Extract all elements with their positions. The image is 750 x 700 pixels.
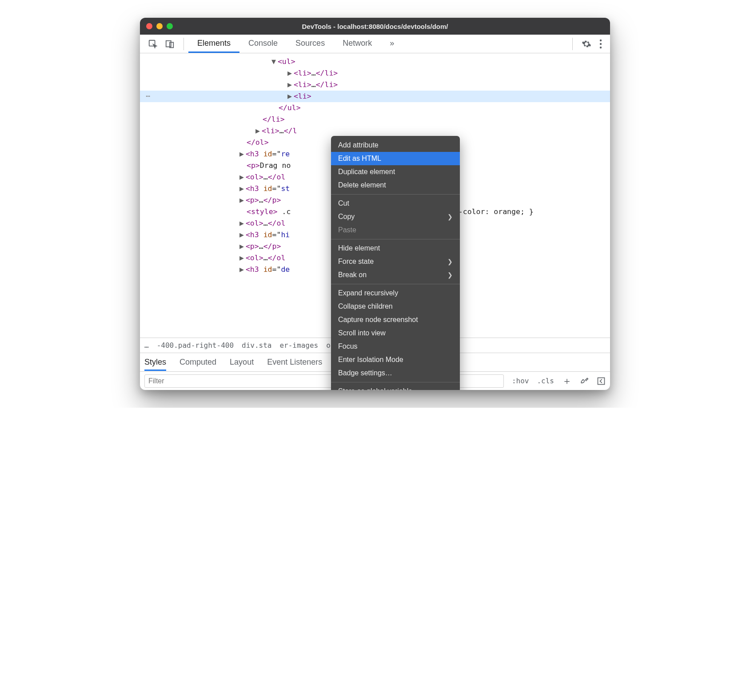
minimize-window-button[interactable] (156, 23, 163, 29)
disclosure-triangle-icon[interactable]: ▶ (239, 264, 244, 275)
svg-rect-1 (166, 40, 171, 47)
sidebar-tab-computed[interactable]: Computed (180, 358, 216, 367)
dom-tree-line[interactable]: ▶<li>…</li> (140, 68, 610, 79)
dom-tree-line[interactable]: </li> (140, 114, 610, 125)
breadcrumb-item[interactable]: er-images (279, 341, 318, 350)
context-menu-label: Duplicate element (338, 168, 395, 176)
disclosure-triangle-icon[interactable]: ▶ (239, 252, 244, 264)
context-menu-label: Enter Isolation Mode (338, 356, 403, 364)
disclosure-triangle-icon[interactable]: ▶ (239, 171, 244, 183)
computed-styles-toggle-icon[interactable] (597, 377, 606, 386)
dom-node-markup: <ol>…</ol (246, 252, 285, 264)
svg-rect-6 (598, 378, 605, 384)
toggle-hover-button[interactable]: :hov (512, 377, 529, 385)
disclosure-triangle-icon[interactable]: ▶ (239, 241, 244, 252)
disclosure-triangle-icon[interactable]: ▶ (287, 91, 292, 102)
context-menu-label: Copy (338, 213, 355, 221)
context-menu-item: Paste (331, 223, 460, 237)
device-toolbar-icon[interactable] (165, 39, 175, 49)
context-menu-item[interactable]: Focus (331, 340, 460, 353)
dom-node-markup: </li> (263, 114, 285, 125)
breadcrumb-item[interactable]: div.sta (242, 341, 271, 350)
dom-node-markup: <ol>…</ol (246, 171, 285, 183)
context-menu-item[interactable]: Add attribute (331, 139, 460, 152)
context-menu-item[interactable]: Hide element (331, 242, 460, 255)
paint-brush-icon[interactable] (580, 377, 589, 386)
breadcrumb-item[interactable]: -400.pad-right-400 (157, 341, 234, 350)
context-menu-label: Edit as HTML (338, 155, 381, 163)
devtools-window: DevTools - localhost:8080/docs/devtools/… (140, 18, 610, 390)
dom-tree-line[interactable]: ▼<ul> (140, 56, 610, 68)
dom-tree-line[interactable]: </ul> (140, 102, 610, 114)
chevron-right-icon: ❯ (447, 213, 453, 220)
context-menu-item[interactable]: Capture node screenshot (331, 313, 460, 326)
context-menu-item[interactable]: Delete element (331, 179, 460, 192)
main-toolbar: ElementsConsoleSourcesNetwork » (140, 35, 610, 53)
context-menu-label: Expand recursively (338, 289, 398, 297)
context-menu-label: Cut (338, 199, 349, 207)
context-menu-item[interactable]: Cut (331, 197, 460, 210)
tab-console[interactable]: Console (239, 35, 287, 53)
context-menu-item[interactable]: Badge settings… (331, 366, 460, 380)
disclosure-triangle-icon[interactable]: ▶ (287, 68, 292, 79)
dom-node-markup: <li>…</li> (294, 79, 338, 91)
toggle-classes-button[interactable]: .cls (537, 377, 554, 385)
context-menu-item[interactable]: Edit as HTML (331, 152, 460, 165)
titlebar: DevTools - localhost:8080/docs/devtools/… (140, 18, 610, 35)
dom-node-markup: <ul> (278, 56, 295, 68)
dom-node-markup: <li> (294, 91, 311, 102)
context-menu-item[interactable]: Enter Isolation Mode (331, 353, 460, 366)
line-gutter: ⋯ (140, 91, 156, 102)
context-menu-label: Delete element (338, 181, 386, 189)
toolbar-separator (184, 38, 184, 50)
disclosure-triangle-icon[interactable]: ▶ (239, 148, 244, 160)
tab-sources[interactable]: Sources (287, 35, 334, 53)
context-menu-label: Collapse children (338, 302, 393, 310)
settings-gear-icon[interactable] (582, 39, 591, 49)
breadcrumb-item[interactable]: … (144, 341, 149, 350)
disclosure-triangle-icon[interactable]: ▼ (271, 56, 276, 68)
context-menu-item[interactable]: Force state❯ (331, 255, 460, 268)
context-menu-label: Badge settings… (338, 369, 392, 377)
disclosure-triangle-icon[interactable]: ▶ (239, 195, 244, 206)
context-menu-item[interactable]: Duplicate element (331, 165, 460, 179)
new-style-rule-icon[interactable]: ＋ (562, 374, 572, 388)
close-window-button[interactable] (146, 23, 152, 29)
sidebar-tab-layout[interactable]: Layout (230, 358, 254, 367)
disclosure-triangle-icon[interactable]: ▶ (287, 79, 292, 91)
kebab-menu-icon[interactable] (599, 39, 602, 49)
context-menu-label: Scroll into view (338, 329, 386, 337)
chevron-right-icon: ❯ (447, 258, 453, 265)
context-menu-item[interactable]: Break on❯ (331, 268, 460, 282)
tab-network[interactable]: Network (334, 35, 381, 53)
disclosure-triangle-icon[interactable]: ▶ (255, 125, 260, 137)
sidebar-tab-styles[interactable]: Styles (144, 358, 166, 371)
tab-elements[interactable]: Elements (188, 35, 239, 53)
inspect-element-icon[interactable] (148, 39, 158, 49)
context-menu-label: Add attribute (338, 141, 379, 149)
disclosure-triangle-icon[interactable]: ▶ (239, 218, 244, 229)
context-menu-item[interactable]: Copy❯ (331, 210, 460, 223)
svg-point-5 (600, 46, 602, 48)
context-menu-item[interactable]: Collapse children (331, 300, 460, 313)
context-menu-item[interactable]: Scroll into view (331, 326, 460, 340)
dom-tree-line[interactable]: ⋯▶<li> (140, 91, 610, 102)
dom-node-markup: <p>…</p> (246, 241, 281, 252)
context-menu-label: Hide element (338, 244, 380, 252)
dom-tree-line[interactable]: ▶<li>…</li> (140, 79, 610, 91)
dom-node-markup: </ol> (247, 137, 269, 148)
sidebar-tab-event-listeners[interactable]: Event Listeners (267, 358, 322, 367)
dom-node-markup: <p>…</p> (246, 195, 281, 206)
context-menu-item[interactable]: Store as global variable (331, 385, 460, 390)
svg-point-3 (600, 39, 602, 41)
context-menu-label: Capture node screenshot (338, 316, 418, 324)
node-context-menu: Add attributeEdit as HTMLDuplicate eleme… (331, 136, 460, 390)
disclosure-triangle-icon[interactable]: ▶ (239, 229, 244, 241)
more-tabs-button[interactable]: » (381, 39, 403, 49)
context-menu-item[interactable]: Expand recursively (331, 286, 460, 300)
chevron-right-icon: ❯ (447, 271, 453, 278)
disclosure-triangle-icon[interactable]: ▶ (239, 183, 244, 195)
dom-tree-line[interactable]: ▶<li>…</l (140, 125, 610, 137)
context-menu-label: Force state (338, 258, 374, 266)
zoom-window-button[interactable] (167, 23, 173, 29)
